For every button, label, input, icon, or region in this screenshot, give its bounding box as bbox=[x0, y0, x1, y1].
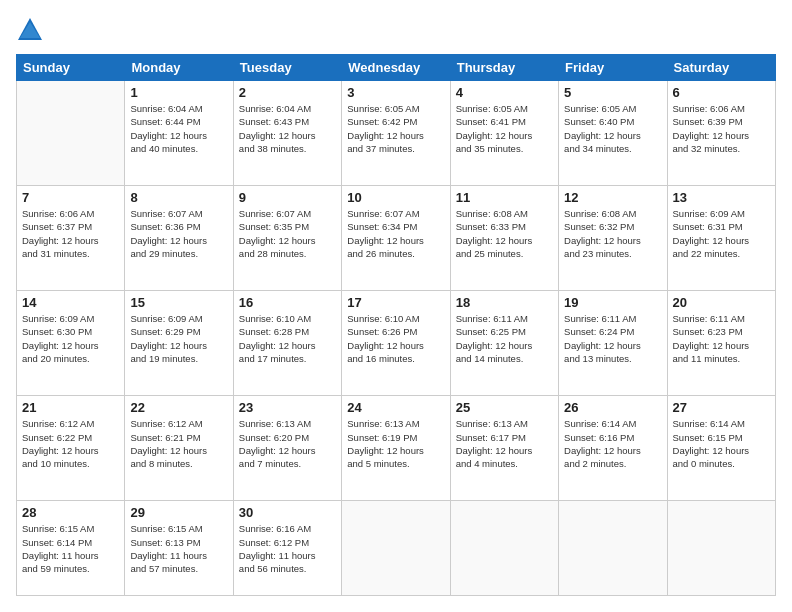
day-info: Sunrise: 6:07 AM Sunset: 6:35 PM Dayligh… bbox=[239, 207, 336, 260]
header bbox=[16, 16, 776, 44]
calendar-cell bbox=[450, 501, 558, 596]
day-number: 7 bbox=[22, 190, 119, 205]
calendar-cell: 7Sunrise: 6:06 AM Sunset: 6:37 PM Daylig… bbox=[17, 186, 125, 291]
calendar-cell: 15Sunrise: 6:09 AM Sunset: 6:29 PM Dayli… bbox=[125, 291, 233, 396]
calendar-week-5: 28Sunrise: 6:15 AM Sunset: 6:14 PM Dayli… bbox=[17, 501, 776, 596]
weekday-header-monday: Monday bbox=[125, 55, 233, 81]
calendar-week-4: 21Sunrise: 6:12 AM Sunset: 6:22 PM Dayli… bbox=[17, 396, 776, 501]
day-info: Sunrise: 6:11 AM Sunset: 6:23 PM Dayligh… bbox=[673, 312, 770, 365]
day-info: Sunrise: 6:14 AM Sunset: 6:16 PM Dayligh… bbox=[564, 417, 661, 470]
day-info: Sunrise: 6:12 AM Sunset: 6:21 PM Dayligh… bbox=[130, 417, 227, 470]
day-info: Sunrise: 6:16 AM Sunset: 6:12 PM Dayligh… bbox=[239, 522, 336, 575]
calendar-cell: 30Sunrise: 6:16 AM Sunset: 6:12 PM Dayli… bbox=[233, 501, 341, 596]
calendar-cell: 4Sunrise: 6:05 AM Sunset: 6:41 PM Daylig… bbox=[450, 81, 558, 186]
day-number: 8 bbox=[130, 190, 227, 205]
day-info: Sunrise: 6:09 AM Sunset: 6:30 PM Dayligh… bbox=[22, 312, 119, 365]
day-number: 24 bbox=[347, 400, 444, 415]
day-number: 15 bbox=[130, 295, 227, 310]
day-number: 16 bbox=[239, 295, 336, 310]
calendar-cell: 26Sunrise: 6:14 AM Sunset: 6:16 PM Dayli… bbox=[559, 396, 667, 501]
calendar-cell bbox=[559, 501, 667, 596]
calendar-cell: 13Sunrise: 6:09 AM Sunset: 6:31 PM Dayli… bbox=[667, 186, 775, 291]
day-number: 30 bbox=[239, 505, 336, 520]
calendar-cell: 18Sunrise: 6:11 AM Sunset: 6:25 PM Dayli… bbox=[450, 291, 558, 396]
day-number: 13 bbox=[673, 190, 770, 205]
day-info: Sunrise: 6:10 AM Sunset: 6:26 PM Dayligh… bbox=[347, 312, 444, 365]
day-info: Sunrise: 6:11 AM Sunset: 6:25 PM Dayligh… bbox=[456, 312, 553, 365]
calendar-week-1: 1Sunrise: 6:04 AM Sunset: 6:44 PM Daylig… bbox=[17, 81, 776, 186]
calendar-cell: 17Sunrise: 6:10 AM Sunset: 6:26 PM Dayli… bbox=[342, 291, 450, 396]
day-info: Sunrise: 6:07 AM Sunset: 6:34 PM Dayligh… bbox=[347, 207, 444, 260]
calendar-cell: 6Sunrise: 6:06 AM Sunset: 6:39 PM Daylig… bbox=[667, 81, 775, 186]
day-info: Sunrise: 6:06 AM Sunset: 6:37 PM Dayligh… bbox=[22, 207, 119, 260]
calendar-cell: 14Sunrise: 6:09 AM Sunset: 6:30 PM Dayli… bbox=[17, 291, 125, 396]
day-number: 23 bbox=[239, 400, 336, 415]
calendar-cell: 12Sunrise: 6:08 AM Sunset: 6:32 PM Dayli… bbox=[559, 186, 667, 291]
day-number: 14 bbox=[22, 295, 119, 310]
day-info: Sunrise: 6:04 AM Sunset: 6:43 PM Dayligh… bbox=[239, 102, 336, 155]
calendar-cell: 11Sunrise: 6:08 AM Sunset: 6:33 PM Dayli… bbox=[450, 186, 558, 291]
calendar-cell: 3Sunrise: 6:05 AM Sunset: 6:42 PM Daylig… bbox=[342, 81, 450, 186]
weekday-header-thursday: Thursday bbox=[450, 55, 558, 81]
day-info: Sunrise: 6:15 AM Sunset: 6:13 PM Dayligh… bbox=[130, 522, 227, 575]
calendar-cell: 16Sunrise: 6:10 AM Sunset: 6:28 PM Dayli… bbox=[233, 291, 341, 396]
calendar-cell bbox=[667, 501, 775, 596]
day-number: 4 bbox=[456, 85, 553, 100]
calendar-week-3: 14Sunrise: 6:09 AM Sunset: 6:30 PM Dayli… bbox=[17, 291, 776, 396]
day-number: 20 bbox=[673, 295, 770, 310]
day-number: 9 bbox=[239, 190, 336, 205]
calendar-cell bbox=[17, 81, 125, 186]
day-number: 19 bbox=[564, 295, 661, 310]
calendar-cell: 28Sunrise: 6:15 AM Sunset: 6:14 PM Dayli… bbox=[17, 501, 125, 596]
calendar-table: SundayMondayTuesdayWednesdayThursdayFrid… bbox=[16, 54, 776, 596]
day-number: 28 bbox=[22, 505, 119, 520]
page: SundayMondayTuesdayWednesdayThursdayFrid… bbox=[0, 0, 792, 612]
day-info: Sunrise: 6:13 AM Sunset: 6:19 PM Dayligh… bbox=[347, 417, 444, 470]
day-info: Sunrise: 6:07 AM Sunset: 6:36 PM Dayligh… bbox=[130, 207, 227, 260]
day-info: Sunrise: 6:05 AM Sunset: 6:41 PM Dayligh… bbox=[456, 102, 553, 155]
day-number: 17 bbox=[347, 295, 444, 310]
day-number: 3 bbox=[347, 85, 444, 100]
day-number: 10 bbox=[347, 190, 444, 205]
calendar-cell: 19Sunrise: 6:11 AM Sunset: 6:24 PM Dayli… bbox=[559, 291, 667, 396]
logo-icon bbox=[16, 16, 44, 44]
calendar-cell: 27Sunrise: 6:14 AM Sunset: 6:15 PM Dayli… bbox=[667, 396, 775, 501]
day-number: 29 bbox=[130, 505, 227, 520]
day-number: 26 bbox=[564, 400, 661, 415]
day-number: 1 bbox=[130, 85, 227, 100]
calendar-cell: 10Sunrise: 6:07 AM Sunset: 6:34 PM Dayli… bbox=[342, 186, 450, 291]
day-number: 6 bbox=[673, 85, 770, 100]
calendar-cell: 29Sunrise: 6:15 AM Sunset: 6:13 PM Dayli… bbox=[125, 501, 233, 596]
day-info: Sunrise: 6:09 AM Sunset: 6:29 PM Dayligh… bbox=[130, 312, 227, 365]
day-info: Sunrise: 6:06 AM Sunset: 6:39 PM Dayligh… bbox=[673, 102, 770, 155]
calendar-cell: 1Sunrise: 6:04 AM Sunset: 6:44 PM Daylig… bbox=[125, 81, 233, 186]
day-number: 25 bbox=[456, 400, 553, 415]
day-number: 11 bbox=[456, 190, 553, 205]
day-info: Sunrise: 6:14 AM Sunset: 6:15 PM Dayligh… bbox=[673, 417, 770, 470]
day-info: Sunrise: 6:05 AM Sunset: 6:40 PM Dayligh… bbox=[564, 102, 661, 155]
day-number: 22 bbox=[130, 400, 227, 415]
svg-marker-1 bbox=[20, 22, 40, 38]
calendar-cell bbox=[342, 501, 450, 596]
day-info: Sunrise: 6:11 AM Sunset: 6:24 PM Dayligh… bbox=[564, 312, 661, 365]
weekday-header-wednesday: Wednesday bbox=[342, 55, 450, 81]
day-info: Sunrise: 6:05 AM Sunset: 6:42 PM Dayligh… bbox=[347, 102, 444, 155]
day-number: 12 bbox=[564, 190, 661, 205]
day-number: 21 bbox=[22, 400, 119, 415]
calendar-cell: 20Sunrise: 6:11 AM Sunset: 6:23 PM Dayli… bbox=[667, 291, 775, 396]
weekday-header-friday: Friday bbox=[559, 55, 667, 81]
calendar-cell: 25Sunrise: 6:13 AM Sunset: 6:17 PM Dayli… bbox=[450, 396, 558, 501]
day-info: Sunrise: 6:15 AM Sunset: 6:14 PM Dayligh… bbox=[22, 522, 119, 575]
day-number: 18 bbox=[456, 295, 553, 310]
calendar-cell: 21Sunrise: 6:12 AM Sunset: 6:22 PM Dayli… bbox=[17, 396, 125, 501]
day-info: Sunrise: 6:04 AM Sunset: 6:44 PM Dayligh… bbox=[130, 102, 227, 155]
weekday-header-sunday: Sunday bbox=[17, 55, 125, 81]
day-info: Sunrise: 6:08 AM Sunset: 6:32 PM Dayligh… bbox=[564, 207, 661, 260]
logo bbox=[16, 16, 48, 44]
calendar-cell: 5Sunrise: 6:05 AM Sunset: 6:40 PM Daylig… bbox=[559, 81, 667, 186]
day-info: Sunrise: 6:09 AM Sunset: 6:31 PM Dayligh… bbox=[673, 207, 770, 260]
day-info: Sunrise: 6:13 AM Sunset: 6:20 PM Dayligh… bbox=[239, 417, 336, 470]
day-info: Sunrise: 6:12 AM Sunset: 6:22 PM Dayligh… bbox=[22, 417, 119, 470]
day-number: 5 bbox=[564, 85, 661, 100]
weekday-header-row: SundayMondayTuesdayWednesdayThursdayFrid… bbox=[17, 55, 776, 81]
